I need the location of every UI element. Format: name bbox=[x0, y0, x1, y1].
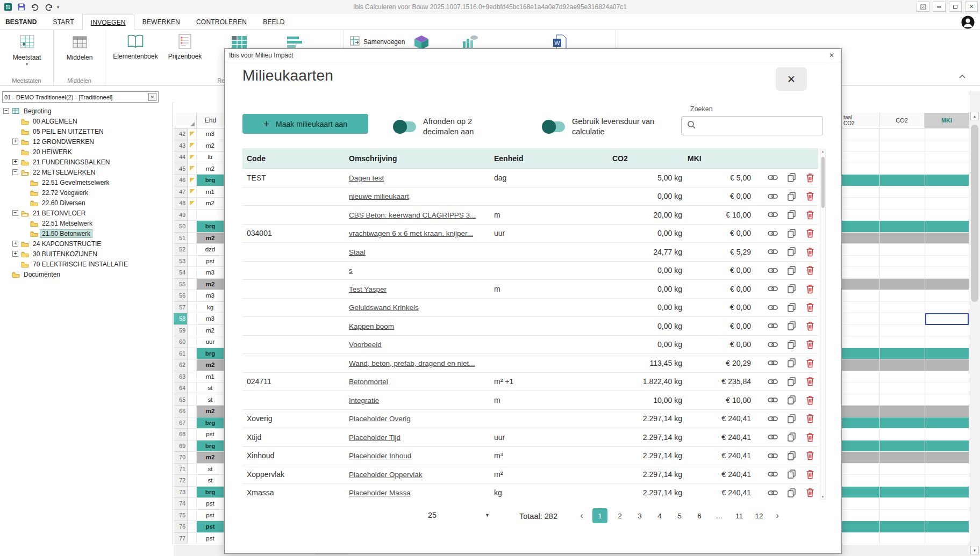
mark-cell[interactable] bbox=[188, 163, 197, 175]
copy-icon[interactable] bbox=[785, 376, 797, 387]
mark-cell[interactable] bbox=[188, 198, 197, 210]
page-button-5[interactable]: 5 bbox=[672, 508, 687, 523]
delete-icon[interactable] bbox=[804, 190, 816, 202]
grid-corner-cell[interactable] bbox=[174, 113, 197, 128]
row-header[interactable]: 71 bbox=[174, 464, 188, 475]
copy-icon[interactable] bbox=[785, 431, 797, 443]
ehd-cell[interactable]: m2 bbox=[197, 140, 224, 152]
row-header[interactable]: 58 bbox=[174, 313, 188, 325]
co2-column-header[interactable]: CO2 bbox=[879, 113, 925, 128]
ehd-cell[interactable]: m2 bbox=[197, 163, 224, 175]
collapse-icon[interactable]: − bbox=[12, 169, 18, 175]
milieukaart-link[interactable]: vrachtwagen 6 x 6 met kraan, knijper... bbox=[349, 229, 473, 237]
milieukaart-link[interactable]: Geluidswand Krinkels bbox=[349, 304, 419, 312]
page-button-4[interactable]: 4 bbox=[652, 508, 667, 523]
row-header[interactable]: 70 bbox=[174, 452, 188, 464]
link-icon[interactable] bbox=[767, 450, 778, 461]
milieukaart-link[interactable]: Placeholder Tijd bbox=[349, 434, 400, 442]
row-header[interactable]: 77 bbox=[174, 533, 188, 545]
co2-row[interactable] bbox=[842, 359, 969, 371]
row-header[interactable]: 54 bbox=[174, 267, 188, 279]
row-header[interactable]: 53 bbox=[174, 256, 188, 268]
link-icon[interactable] bbox=[767, 357, 778, 369]
copy-icon[interactable] bbox=[785, 487, 797, 497]
ehd-cell[interactable]: ltr bbox=[197, 151, 224, 163]
co2-row[interactable] bbox=[842, 290, 969, 302]
mark-cell[interactable] bbox=[188, 186, 197, 198]
minimize-button[interactable] bbox=[933, 2, 946, 12]
mark-cell[interactable] bbox=[188, 429, 197, 441]
table-scrollbar[interactable]: ▲ ▼ bbox=[820, 149, 826, 500]
co2-row[interactable] bbox=[842, 140, 969, 152]
ehd-cell[interactable]: st bbox=[197, 475, 224, 487]
mark-cell[interactable] bbox=[188, 210, 197, 221]
co2-row[interactable] bbox=[842, 406, 969, 417]
copy-icon[interactable] bbox=[785, 172, 797, 184]
lijst-button[interactable] bbox=[286, 34, 303, 49]
scroll-down-icon[interactable]: ▼ bbox=[970, 546, 979, 554]
ribbon-tab-start[interactable]: START bbox=[45, 15, 82, 30]
milieukaart-link[interactable]: CBS Beton: keerwand CLAGRIPPS 3... bbox=[349, 211, 476, 219]
ehd-cell[interactable]: pst bbox=[197, 429, 224, 441]
page-button-2[interactable]: 2 bbox=[612, 508, 627, 523]
link-icon[interactable] bbox=[767, 394, 778, 406]
prev-page-button[interactable]: ‹ bbox=[576, 508, 588, 523]
link-icon[interactable] bbox=[767, 376, 778, 387]
copy-icon[interactable] bbox=[785, 283, 797, 295]
omschrijving-header[interactable]: Omschrijving bbox=[345, 154, 490, 163]
mark-cell[interactable] bbox=[188, 394, 197, 406]
mark-cell[interactable] bbox=[188, 498, 197, 510]
page-size-select[interactable]: 25 ▼ bbox=[428, 511, 490, 519]
delete-icon[interactable] bbox=[804, 320, 816, 332]
copy-icon[interactable] bbox=[785, 264, 797, 276]
prijzenboek-button[interactable]: Prijzenboek bbox=[161, 33, 209, 60]
copy-icon[interactable] bbox=[785, 190, 797, 202]
ehd-cell[interactable]: m2 bbox=[197, 279, 224, 291]
scroll-up-icon[interactable]: ▲ bbox=[970, 112, 979, 120]
mark-cell[interactable] bbox=[188, 441, 197, 452]
co2-row[interactable] bbox=[842, 151, 969, 163]
co2-row[interactable] bbox=[842, 163, 969, 175]
link-icon[interactable] bbox=[767, 264, 778, 276]
mki-header[interactable]: MKI bbox=[683, 154, 752, 163]
mark-cell[interactable] bbox=[188, 348, 197, 360]
undo-icon[interactable] bbox=[30, 2, 40, 12]
ribbon-tab-beeld[interactable]: BEELD bbox=[255, 15, 292, 30]
toggle-afronden[interactable]: Afronden op 2 decimalen aan bbox=[395, 117, 496, 137]
mark-cell[interactable] bbox=[188, 533, 197, 545]
row-header[interactable]: 46 bbox=[174, 175, 188, 186]
copy-icon[interactable] bbox=[785, 338, 797, 350]
co2-row[interactable] bbox=[842, 452, 969, 464]
co2-row[interactable] bbox=[842, 417, 969, 429]
milieukaart-link[interactable]: Kappen boom bbox=[349, 322, 394, 330]
mark-cell[interactable] bbox=[188, 382, 197, 394]
copy-icon[interactable] bbox=[785, 246, 797, 258]
ehd-cell[interactable]: brg bbox=[197, 441, 224, 452]
samenvoegen-button[interactable]: Samenvoegen bbox=[349, 35, 405, 48]
ehd-cell[interactable]: m2 bbox=[197, 325, 224, 337]
ehd-cell[interactable]: m1 bbox=[197, 186, 224, 198]
co2-row[interactable] bbox=[842, 498, 969, 510]
meetstaat-button[interactable]: Meetstaat ▾ bbox=[3, 33, 51, 66]
page-button-6[interactable]: 6 bbox=[692, 508, 707, 523]
mark-cell[interactable] bbox=[188, 302, 197, 314]
co2-row[interactable] bbox=[842, 429, 969, 441]
row-header[interactable]: 67 bbox=[174, 417, 188, 429]
levensduur-switch[interactable] bbox=[543, 121, 565, 132]
row-header[interactable]: 50 bbox=[174, 221, 188, 233]
row-header[interactable]: 65 bbox=[174, 394, 188, 406]
co2-row[interactable] bbox=[842, 186, 969, 198]
dialog-title-bar[interactable]: Ibis voor Milieu Impact ✕ bbox=[225, 49, 841, 62]
ehd-cell[interactable]: kg bbox=[197, 302, 224, 314]
dialog-titlebar-close-icon[interactable]: ✕ bbox=[826, 52, 837, 59]
mark-cell[interactable] bbox=[188, 175, 197, 186]
word-export-icon[interactable]: W bbox=[553, 34, 567, 49]
mark-cell[interactable] bbox=[188, 406, 197, 417]
tree-item[interactable]: −Begroting bbox=[0, 106, 173, 116]
ehd-cell[interactable]: pst bbox=[197, 510, 224, 522]
ehd-cell[interactable]: m2 bbox=[197, 233, 224, 244]
page-button-1[interactable]: 1 bbox=[592, 508, 607, 523]
ehd-cell[interactable]: m2 bbox=[197, 198, 224, 210]
row-header[interactable]: 76 bbox=[174, 521, 188, 533]
meetstaat-dropdown-icon[interactable]: ▾ bbox=[26, 63, 28, 66]
